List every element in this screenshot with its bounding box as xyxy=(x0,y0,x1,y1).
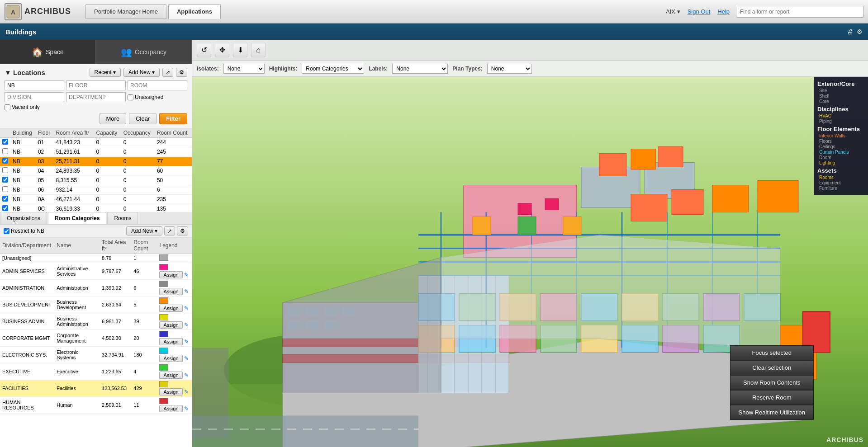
aix-menu[interactable]: AIX ▾ xyxy=(666,8,680,15)
org-add-new-button[interactable]: Add New ▾ xyxy=(126,226,162,235)
piping-item[interactable]: Piping xyxy=(819,119,864,124)
table-row[interactable]: NB 0C 36,619.33 0 0 135 xyxy=(0,204,192,212)
row-checkbox[interactable] xyxy=(2,148,8,154)
list-item[interactable]: ELECTRONIC SYS. Electronic Systems 32,79… xyxy=(0,347,192,363)
help-link[interactable]: Help xyxy=(717,8,730,15)
export-button[interactable]: ↗ xyxy=(162,68,173,77)
table-row[interactable]: NB 05 8,315.55 0 0 50 xyxy=(0,176,192,185)
show-room-contents-button[interactable]: Show Room Contents xyxy=(730,375,814,390)
focus-selected-button[interactable]: Focus selected xyxy=(730,345,814,360)
row-checkbox[interactable] xyxy=(2,139,8,145)
list-item[interactable]: ADMINISTRATION Administration 1,390.92 6… xyxy=(0,280,192,296)
lighting-item[interactable]: Lighting xyxy=(819,160,864,165)
list-item[interactable]: FACILITIES Facilities 123,562.53 429 Ass… xyxy=(0,380,192,397)
org-col-name[interactable]: Name xyxy=(54,238,100,254)
search-input[interactable] xyxy=(737,6,863,18)
list-item[interactable]: EXECUTIVE Executive 1,223.65 4 Assign ✎ xyxy=(0,363,192,380)
ceilings-item[interactable]: Ceilings xyxy=(819,144,864,149)
assign-button[interactable]: Assign xyxy=(159,405,182,412)
core-item[interactable]: Core xyxy=(819,99,864,104)
assign-button[interactable]: Assign xyxy=(159,321,182,329)
applications-tab[interactable]: Applications xyxy=(168,4,221,19)
col-area[interactable]: Room Area ft² xyxy=(53,128,94,138)
assign-button[interactable]: Assign xyxy=(159,355,182,362)
plan-types-select[interactable]: None Floor Plan Site Plan xyxy=(487,64,532,74)
occupancy-tab[interactable]: 👥 Occupancy xyxy=(96,40,192,64)
assign-button[interactable]: Assign xyxy=(159,372,182,379)
list-item[interactable]: ADMIN SERVICES Administrative Services 9… xyxy=(0,263,192,280)
floors-item[interactable]: Floors xyxy=(819,139,864,144)
edit-icon[interactable]: ✎ xyxy=(184,355,189,362)
more-button[interactable]: More xyxy=(100,113,127,124)
assign-button[interactable]: Assign xyxy=(159,388,182,395)
pan-button[interactable]: ✥ xyxy=(215,43,229,57)
row-checkbox[interactable] xyxy=(2,167,8,173)
department-input[interactable] xyxy=(66,92,126,102)
isolates-select[interactable]: None Selected Floor xyxy=(223,64,265,74)
recent-button[interactable]: Recent ▾ xyxy=(90,68,121,77)
gear-button[interactable]: ⚙ xyxy=(176,68,187,77)
org-col-count[interactable]: Room Count xyxy=(131,238,157,254)
portfolio-manager-tab[interactable]: Portfolio Manager Home xyxy=(85,4,166,19)
row-checkbox[interactable] xyxy=(2,177,8,183)
org-gear-button[interactable]: ⚙ xyxy=(177,226,188,235)
refresh-button[interactable]: ↺ xyxy=(197,43,211,57)
table-row[interactable]: NB 02 51,291.61 0 0 245 xyxy=(0,147,192,157)
room-input[interactable] xyxy=(128,80,187,90)
edit-icon[interactable]: ✎ xyxy=(184,322,189,328)
filter-button[interactable]: Filter xyxy=(159,113,187,124)
table-row[interactable]: NB 01 41,843.23 0 0 244 xyxy=(0,138,192,147)
edit-icon[interactable]: ✎ xyxy=(184,305,189,311)
col-building[interactable]: Building xyxy=(10,128,36,138)
org-col-area[interactable]: Total Area ft² xyxy=(100,238,131,254)
vacant-checkbox[interactable] xyxy=(5,104,10,110)
signout-link[interactable]: Sign Out xyxy=(688,8,711,15)
row-checkbox[interactable] xyxy=(2,186,8,192)
rooms-item[interactable]: Rooms xyxy=(819,175,864,180)
labels-select[interactable]: None Room Number Department xyxy=(392,64,448,74)
add-new-button[interactable]: Add New ▾ xyxy=(123,68,160,77)
doors-item[interactable]: Doors xyxy=(819,155,864,160)
site-item[interactable]: Site xyxy=(819,88,864,93)
table-row[interactable]: NB 03 25,711.31 0 0 77 xyxy=(0,157,192,166)
edit-icon[interactable]: ✎ xyxy=(184,339,189,345)
assign-button[interactable]: Assign xyxy=(159,271,182,278)
table-row[interactable]: NB 06 932.14 0 0 6 xyxy=(0,185,192,195)
org-col-division[interactable]: Division/Department xyxy=(0,238,54,254)
assign-button[interactable]: Assign xyxy=(159,305,182,312)
clear-button[interactable]: Clear xyxy=(129,113,157,124)
edit-icon[interactable]: ✎ xyxy=(184,405,189,412)
edit-icon[interactable]: ✎ xyxy=(184,272,189,278)
org-export-button[interactable]: ↗ xyxy=(164,226,175,235)
furniture-item[interactable]: Furniture xyxy=(819,186,864,191)
home-button[interactable]: ⌂ xyxy=(251,43,266,57)
row-checkbox[interactable] xyxy=(2,196,8,202)
curtain-panels-item[interactable]: Curtain Panels xyxy=(819,150,864,155)
table-row[interactable]: NB 0A 46,271.44 0 0 235 xyxy=(0,195,192,204)
print-icon[interactable]: 🖨 xyxy=(847,28,853,35)
edit-icon[interactable]: ✎ xyxy=(184,389,189,395)
settings-icon[interactable]: ⚙ xyxy=(857,28,863,35)
assign-button[interactable]: Assign xyxy=(159,288,182,295)
list-item[interactable]: [Unassigned] 8.79 1 xyxy=(0,254,192,263)
assign-button[interactable]: Assign xyxy=(159,338,182,345)
clear-selection-button[interactable]: Clear selection xyxy=(730,360,814,375)
reserve-room-button[interactable]: Reserve Room xyxy=(730,390,814,405)
highlights-select[interactable]: Room Categories Departments None xyxy=(302,64,364,74)
division-input[interactable] xyxy=(5,92,64,102)
hvac-item[interactable]: HVAC xyxy=(819,113,864,118)
list-item[interactable]: BUSINESS ADMIN Business Administration 6… xyxy=(0,313,192,330)
table-row[interactable]: NB 04 24,893.35 0 0 60 xyxy=(0,166,192,176)
list-item[interactable]: HUMAN RESOURCES Human 2,509.01 11 Assign… xyxy=(0,397,192,414)
row-checkbox[interactable] xyxy=(2,158,8,164)
room-categories-tab[interactable]: Room Categories xyxy=(48,212,106,224)
list-item[interactable]: BUS DEVELOPMENT Business Development 2,6… xyxy=(0,296,192,313)
shell-item[interactable]: Shell xyxy=(819,94,864,99)
restrict-checkbox[interactable] xyxy=(4,228,9,234)
row-checkbox[interactable] xyxy=(2,205,8,211)
rooms-tab[interactable]: Rooms xyxy=(107,212,138,224)
equipment-item[interactable]: Equipment xyxy=(819,180,864,185)
nb-input[interactable] xyxy=(5,80,64,90)
unassigned-checkbox[interactable] xyxy=(128,94,133,100)
edit-icon[interactable]: ✎ xyxy=(184,372,189,378)
